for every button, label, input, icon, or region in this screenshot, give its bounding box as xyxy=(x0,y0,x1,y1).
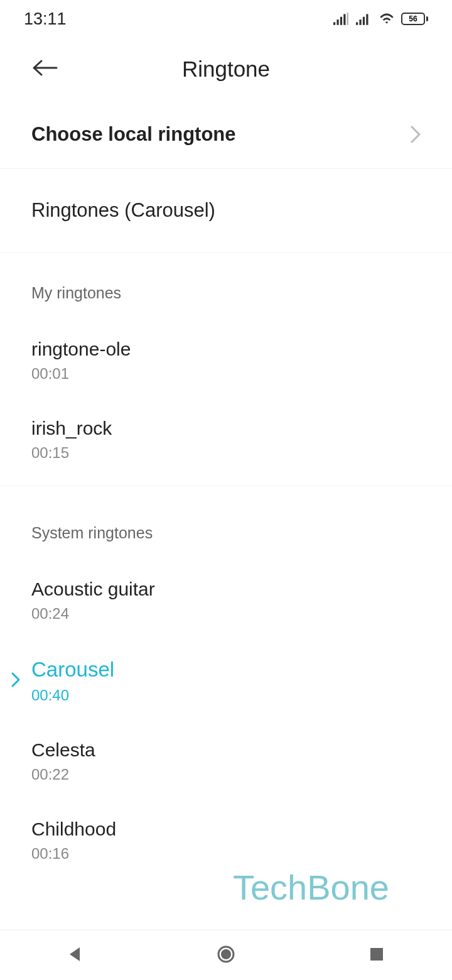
watermark: TechBone xyxy=(233,867,389,908)
divider xyxy=(0,486,452,486)
svg-rect-2 xyxy=(340,17,342,25)
status-bar: 13:11 56 xyxy=(0,0,452,38)
ringtones-carousel-label: Ringtones (Carousel) xyxy=(31,199,215,222)
ringtone-item[interactable]: irish_rock 00:15 xyxy=(0,400,452,479)
status-icons: 56 xyxy=(333,13,428,25)
page-title: Ringtone xyxy=(31,57,421,82)
ringtone-duration: 00:40 xyxy=(31,687,421,704)
chevron-right-icon xyxy=(411,126,421,143)
svg-rect-6 xyxy=(359,19,361,25)
square-recent-icon xyxy=(367,945,386,964)
signal-icon-2 xyxy=(356,13,372,25)
ringtone-item[interactable]: Celesta 00:22 xyxy=(0,722,452,801)
wifi-icon xyxy=(379,13,395,25)
ringtone-item-selected[interactable]: Carousel 00:40 xyxy=(0,640,452,722)
choose-local-ringtone[interactable]: Choose local ringtone xyxy=(0,101,452,169)
ringtone-duration: 00:16 xyxy=(31,845,421,863)
nav-back-button[interactable] xyxy=(66,945,85,966)
my-ringtones-header: My ringtones xyxy=(0,253,452,321)
svg-rect-4 xyxy=(347,13,348,25)
circle-home-icon xyxy=(217,945,235,964)
nav-recent-button[interactable] xyxy=(367,945,386,966)
nav-home-button[interactable] xyxy=(217,945,235,966)
ringtone-item[interactable]: ringtone-ole 00:01 xyxy=(0,321,452,400)
ringtone-name: Carousel xyxy=(31,658,421,682)
svg-point-10 xyxy=(221,949,231,959)
battery-level: 56 xyxy=(401,13,425,25)
playing-indicator-icon xyxy=(11,672,20,690)
ringtone-name: Acoustic guitar xyxy=(31,579,421,600)
content: Choose local ringtone Ringtones (Carouse… xyxy=(0,101,452,880)
battery-icon: 56 xyxy=(401,13,428,25)
status-time: 13:11 xyxy=(24,9,67,29)
ringtone-duration: 00:01 xyxy=(31,365,421,383)
choose-local-label: Choose local ringtone xyxy=(31,123,236,146)
ringtone-duration: 00:15 xyxy=(31,444,421,462)
back-button[interactable] xyxy=(31,58,58,80)
ringtone-name: Childhood xyxy=(31,819,421,840)
svg-rect-8 xyxy=(366,14,368,24)
svg-rect-11 xyxy=(370,948,383,961)
ringtone-duration: 00:22 xyxy=(31,766,421,783)
ringtones-carousel-item[interactable]: Ringtones (Carousel) xyxy=(0,169,452,253)
svg-rect-1 xyxy=(336,19,338,25)
ringtone-name: Celesta xyxy=(31,739,421,761)
ringtone-name: irish_rock xyxy=(31,418,421,439)
header: Ringtone xyxy=(0,38,452,101)
system-ringtones-header: System ringtones xyxy=(0,493,452,561)
ringtone-name: ringtone-ole xyxy=(31,339,421,360)
ringtone-item[interactable]: Acoustic guitar 00:24 xyxy=(0,561,452,640)
svg-rect-7 xyxy=(363,17,365,25)
triangle-back-icon xyxy=(66,945,85,964)
ringtone-duration: 00:24 xyxy=(31,605,421,623)
svg-rect-3 xyxy=(343,14,345,24)
svg-rect-5 xyxy=(356,22,358,24)
svg-rect-0 xyxy=(333,22,335,24)
back-arrow-icon xyxy=(31,58,58,77)
nav-bar xyxy=(0,930,452,980)
signal-icon-1 xyxy=(333,13,350,25)
